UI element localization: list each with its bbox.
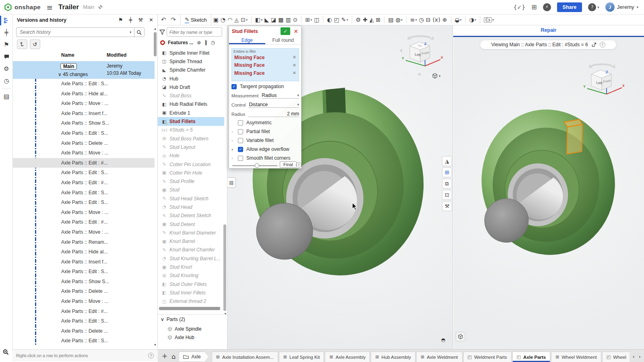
view-cube-left[interactable]: Left Front Top Z X Y	[398, 33, 443, 78]
restore-toggle[interactable]: ↺	[30, 39, 40, 49]
rail-properties[interactable]: ▤	[0, 90, 13, 103]
toolbar-icon[interactable]: ◧▾	[255, 16, 262, 23]
view-cube-right[interactable]: Left Front Z X Y	[580, 62, 624, 106]
rail-configurations[interactable]: ╪	[0, 27, 13, 39]
history-row[interactable]: Axle Parts :: Edit : S...	[13, 197, 155, 208]
feature-row[interactable]: ✎ Knurl Barrel Chamfer	[158, 246, 224, 254]
final-button[interactable]: Final	[280, 161, 297, 168]
toolbar-icon[interactable]: ⊟▾	[426, 16, 431, 23]
toolbar-icon[interactable]: ▥▾	[286, 16, 291, 23]
search-caret-icon[interactable]: ▾	[130, 30, 132, 34]
feature-row[interactable]: ◧ Hub Radial Fillets	[158, 100, 224, 109]
repair-wrench-icon[interactable]: ⚒	[442, 201, 452, 211]
history-row[interactable]: Axle Parts :: Edit : S...	[13, 188, 155, 198]
entity-row[interactable]: Missing Face ✕	[232, 53, 299, 62]
create-version-icon[interactable]: ⚑	[118, 17, 123, 23]
feature-row[interactable]: ◣ Spindle Chamfer	[158, 66, 224, 74]
rail-performance[interactable]: ◷	[0, 75, 13, 87]
rail-versions-history[interactable]	[0, 14, 13, 27]
toolbar-icon[interactable]: ⊠▾	[376, 16, 381, 23]
toolbar-icon[interactable]: ◫▾	[314, 16, 319, 23]
toolbar-icon[interactable]: ◔▾	[221, 16, 225, 23]
rollback-clock-icon[interactable]: ◷	[211, 40, 215, 45]
document-tab[interactable]: ⊞ Axle Weldment	[416, 352, 462, 362]
feature-row[interactable]: ◧ Stud Inner Fillets	[158, 288, 224, 297]
toolbar-icon[interactable]: ◭▾	[369, 16, 374, 23]
history-row[interactable]: Axle Parts :: Edit : S...	[13, 128, 155, 138]
history-row[interactable]: Axle Parts :: Edit : S...	[13, 316, 155, 326]
tabs-scroll-left-icon[interactable]: ‹	[633, 354, 635, 360]
overlay-tool-icon[interactable]: ⧉	[442, 179, 452, 189]
suppress-pause-icon[interactable]: ‖	[204, 40, 207, 45]
feature-row[interactable]: ▣ Stud	[158, 186, 224, 194]
toolbar-icon[interactable]: ✎▾	[341, 16, 348, 23]
feature-row[interactable]: ◔ Hub	[158, 74, 224, 83]
branch-view-toggle[interactable]	[17, 39, 27, 49]
history-row[interactable]: Axle Parts :: Edit : #...	[13, 306, 155, 317]
toolbar-icon[interactable]: ▩▾	[278, 16, 283, 23]
slider-knob[interactable]	[255, 163, 259, 168]
close-panel-icon[interactable]: ✕	[149, 17, 153, 23]
tangent-checkbox[interactable]	[231, 84, 237, 89]
toolbar-icon[interactable]: ⊡▾	[241, 16, 248, 23]
rail-preview-tool[interactable]	[2, 348, 9, 357]
toolbar-icon[interactable]: ◪▾	[271, 16, 276, 23]
add-folder-icon[interactable]: ⊕	[197, 40, 201, 45]
history-row[interactable]: Axle Parts :: Hide al...	[13, 89, 155, 99]
history-row[interactable]: Axle Parts :: Edit : S...	[13, 79, 155, 89]
feature-row[interactable]: ▣ Extrude 1	[158, 109, 224, 117]
history-row[interactable]: Axle Parts :: Hide al...	[13, 247, 155, 257]
feature-row[interactable]: ▣ Knurl Barrel	[158, 237, 224, 246]
toolbar-icon[interactable]: ◍▾	[396, 16, 402, 23]
rail-custom-features[interactable]: ⚑	[0, 39, 13, 51]
history-row[interactable]: Axle Parts :: Move : ...	[13, 208, 155, 218]
parts-section-header[interactable]: ∨ Parts (2)	[161, 317, 185, 322]
history-row[interactable]: Axle Parts :: Move : ...	[13, 227, 155, 237]
option-checkbox[interactable]	[238, 156, 243, 161]
preview-tool-icon[interactable]: ◮	[442, 156, 452, 166]
option-checkbox[interactable]	[238, 147, 243, 152]
entity-row[interactable]: Missing Face ✕	[232, 62, 299, 70]
home-button[interactable]: ⌂	[171, 353, 175, 360]
history-row[interactable]: Axle Parts :: Show S...	[13, 277, 155, 287]
toolbar-icon[interactable]: ⊙▾	[293, 16, 298, 23]
toolbar-icon[interactable]: ▤▾	[388, 16, 393, 23]
remove-entity-icon[interactable]: ✕	[293, 55, 296, 60]
history-row[interactable]: Axle Parts :: Move : ...	[13, 148, 155, 158]
toolbar-icon[interactable]: ▾	[406, 16, 407, 23]
viewport-right[interactable]: Repair Viewing Main :: Axle Parts :: Edi…	[453, 25, 644, 349]
toolbar-icon[interactable]: ▣▾	[213, 16, 219, 23]
history-row[interactable]: Axle Parts :: Edit : S...	[13, 267, 155, 277]
control-select[interactable]: Distance▾	[249, 102, 299, 108]
toolbar-icon[interactable]: ▾	[323, 16, 323, 23]
toolbar-icon[interactable]: ⚙▾	[356, 16, 361, 23]
version-row-main[interactable]: Main ∨ 45 changes Jeremy 10:03 AM Today	[13, 61, 155, 79]
toolbar-icon[interactable]: ◐▾	[327, 16, 332, 23]
part-row[interactable]: Axle Hub	[158, 333, 227, 342]
feature-row[interactable]: ◫ Spindle Thread	[158, 57, 224, 66]
document-tab[interactable]: ◰ Axle Parts	[512, 352, 551, 362]
toolbar-icon[interactable]: ▾	[451, 16, 451, 23]
option-row[interactable]: › Variable fillet	[231, 138, 299, 143]
document-tab[interactable]: ⊞ Hub Assembly	[371, 352, 415, 362]
open-in-new-icon[interactable]	[591, 42, 597, 47]
document-tab[interactable]: ⊞ Leaf Spring Kit	[279, 352, 324, 362]
toolbar-icon[interactable]: ≡▾	[410, 16, 417, 23]
toolbar-icon[interactable]: ▾	[352, 16, 352, 23]
create-configuration-icon[interactable]: ╪	[129, 17, 132, 23]
filter-funnel-icon[interactable]	[159, 29, 165, 35]
toolbar-icon[interactable]: ⊞▾	[305, 16, 312, 23]
feature-row[interactable]: ◔ Stud Knurling Barrel L...	[158, 254, 224, 263]
entity-row[interactable]: Missing Face ✕	[232, 69, 299, 77]
onshape-logo[interactable]: onshape	[4, 3, 41, 11]
feature-row[interactable]: ✎ Stud Layout	[158, 143, 224, 151]
toolbar-icon[interactable]: ◣▾	[264, 16, 269, 23]
main-menu-icon[interactable]: ≡	[46, 3, 53, 12]
part-row[interactable]: Axle Spindle	[158, 325, 227, 333]
feature-row[interactable]: ◎ Hole	[158, 152, 224, 160]
confirm-check-icon[interactable]: ✓	[281, 27, 290, 35]
dialog-help-icon[interactable]: ?	[296, 162, 301, 168]
isolate-tool-icon[interactable]: ⊡	[442, 190, 452, 200]
history-row[interactable]: Axle Parts :: Delete ...	[13, 286, 155, 296]
isometric-view-button[interactable]	[456, 332, 465, 341]
